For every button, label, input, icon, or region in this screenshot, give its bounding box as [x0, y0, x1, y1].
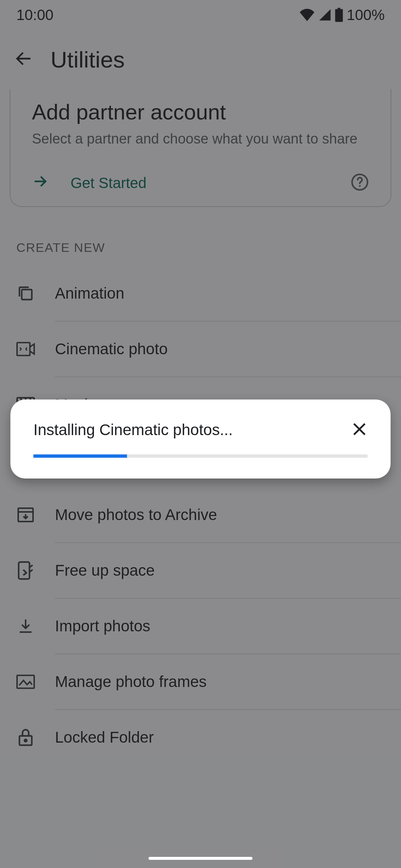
- install-progress-dialog: Installing Cinematic photos...: [10, 400, 391, 479]
- progress-bar: [33, 454, 368, 458]
- screen: 10:00 100% Utilities Add partner account…: [0, 0, 401, 868]
- dialog-title: Installing Cinematic photos...: [33, 421, 233, 439]
- close-icon[interactable]: [351, 421, 368, 439]
- gesture-nav-indicator: [149, 857, 252, 860]
- progress-bar-fill: [33, 454, 127, 458]
